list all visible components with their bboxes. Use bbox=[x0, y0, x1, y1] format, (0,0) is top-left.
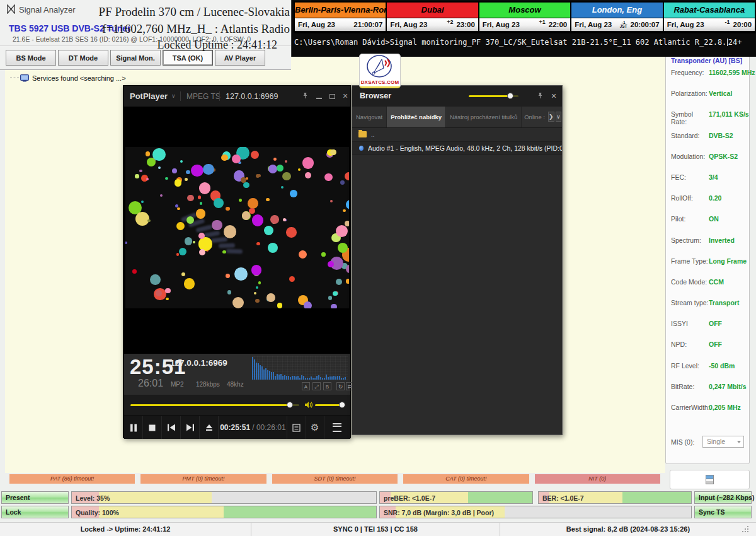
pin-icon[interactable] bbox=[300, 91, 310, 101]
pin-icon[interactable] bbox=[535, 91, 545, 101]
browser-titlebar[interactable]: Browser × bbox=[352, 86, 562, 107]
tree-branch-line bbox=[10, 78, 19, 79]
logo-caption: DXSATCS.COM bbox=[360, 79, 400, 85]
arrow-right-icon[interactable]: ❯ bbox=[548, 112, 554, 122]
mode-button-dt-mode[interactable]: DT Mode bbox=[58, 50, 108, 66]
clock-utc-offset: +2 bbox=[447, 19, 453, 25]
clock-date: Fri, Aug 23 bbox=[575, 21, 612, 28]
stream-type-label: MPEG TS bbox=[186, 92, 220, 101]
chevron-down-icon[interactable]: ∨ bbox=[556, 112, 561, 122]
seek-knob[interactable] bbox=[287, 402, 293, 408]
clock-city-name: Rabat-Casablanca bbox=[664, 3, 755, 18]
console-prompt[interactable]: C:\Users\Roman Dávid>Signal monitoring_P… bbox=[294, 38, 742, 47]
clock-time: 20:00 bbox=[733, 21, 752, 28]
browser-slider-knob[interactable] bbox=[507, 93, 513, 99]
ab-repeat-b-button[interactable]: B bbox=[323, 382, 331, 390]
timeout-bar: NIT (0) bbox=[535, 474, 660, 484]
mode-button-tsa-ok-[interactable]: TSA (OK) bbox=[163, 50, 213, 66]
services-tree-item[interactable]: Services found <searching ...> bbox=[10, 73, 126, 83]
volume-knob[interactable] bbox=[339, 402, 345, 408]
potplayer-window: PotPlayer ∨ MPEG TS 127.0.0.1:6969 × 25:… bbox=[123, 85, 351, 438]
next-button[interactable] bbox=[181, 416, 200, 439]
total-duration-small: 26:01 bbox=[138, 378, 163, 389]
timeout-bar: PAT (86) timeout! bbox=[9, 474, 135, 484]
bullet-dot-icon bbox=[359, 146, 364, 151]
ber-meter: BER: <1.0E-7 bbox=[538, 491, 692, 504]
transponder-row-value: ON bbox=[709, 215, 719, 223]
transponder-row-value: 171,011 KS/s bbox=[709, 110, 749, 118]
clock-date: Fri, Aug 23 bbox=[390, 21, 427, 28]
transponder-row-value: 0,247 Mbit/s bbox=[709, 383, 747, 390]
transponder-row-value: OFF bbox=[709, 320, 722, 327]
browser-tab-prohl-e-nab-dky[interactable]: Prohlížeč nabídky bbox=[387, 107, 446, 127]
close-icon[interactable]: × bbox=[549, 91, 559, 101]
previous-button[interactable] bbox=[162, 416, 181, 439]
transponder-row-value: Transport bbox=[709, 299, 739, 306]
status-uptime: Locked -> Uptime: 24:41:12 bbox=[0, 523, 251, 536]
mode-button-bs-mode[interactable]: BS Mode bbox=[6, 50, 56, 66]
transponder-row-label: Stream type: bbox=[671, 299, 709, 306]
ab-repeat-a-button[interactable]: A bbox=[302, 382, 310, 390]
eject-button[interactable] bbox=[200, 416, 219, 439]
playlist-icon[interactable] bbox=[287, 416, 305, 439]
details-view-panel[interactable] bbox=[670, 470, 750, 489]
clock-city-column: Berlin-Paris-Vienna-RomaFri, Aug 2321:00… bbox=[295, 3, 387, 32]
list-view-icon bbox=[706, 475, 714, 484]
potplayer-titlebar[interactable]: PotPlayer ∨ MPEG TS 127.0.0.1:6969 × bbox=[123, 86, 350, 107]
audio-track-label: Audio #1 - English, MPEG Audio, 48.0 kHz… bbox=[368, 144, 562, 152]
browser-slider[interactable] bbox=[469, 95, 510, 97]
pause-button[interactable] bbox=[124, 416, 143, 439]
transponder-row: RF Level:-50 dBm bbox=[671, 362, 748, 383]
player-control-bar: 00:25:51/ 00:26:01 ⚙ bbox=[124, 416, 350, 439]
clock-date: Fri, Aug 23 bbox=[483, 21, 520, 28]
browser-tab-n-stroj-proch-zen-titulk-[interactable]: Nástroj procházení titulků bbox=[446, 107, 522, 127]
loop-icon[interactable]: ↻ bbox=[336, 382, 345, 390]
stream-address-info: 127.0.0.1:6969 bbox=[170, 358, 227, 368]
stop-button[interactable] bbox=[143, 416, 162, 439]
mis-dropdown[interactable]: Single bbox=[702, 436, 744, 448]
clock-date-time: Fri, Aug 2321:00:07 bbox=[295, 18, 386, 31]
minimize-icon[interactable] bbox=[314, 91, 324, 101]
transponder-row: CarrierWidth:0,205 MHz bbox=[671, 404, 748, 424]
sync-ts-indicator: Sync TS bbox=[694, 506, 752, 518]
audio-spectrum bbox=[252, 356, 348, 380]
folder-row[interactable]: .. bbox=[352, 127, 562, 141]
transponder-row-label: FEC: bbox=[671, 173, 709, 181]
seek-bar[interactable] bbox=[130, 404, 290, 406]
transponder-row-label: Code Mode: bbox=[671, 278, 709, 286]
volume-bar[interactable] bbox=[315, 404, 341, 406]
quality-meter: Quality: 100% bbox=[71, 506, 377, 518]
clock-city-name: Dubai bbox=[387, 3, 478, 18]
transponder-row-value: Inverted bbox=[709, 236, 735, 244]
mode-button-av-player[interactable]: AV Player bbox=[215, 50, 265, 66]
transponder-row-label: Frequency: bbox=[671, 69, 709, 76]
transponder-panel: Transponder (AU) [BS] Frequency:11602,59… bbox=[665, 53, 750, 464]
present-indicator: Present bbox=[1, 491, 69, 504]
clock-city-name: Moscow bbox=[479, 3, 570, 18]
timeout-bar: PMT (0) timeout! bbox=[140, 474, 266, 484]
clock-city-name: Berlin-Paris-Vienna-Roma bbox=[295, 3, 386, 18]
clock-city-column: London, EngFri, Aug 23-1JST20:00:07 bbox=[571, 3, 663, 32]
clock-date-time: Fri, Aug 23-1JST20:00:07 bbox=[571, 18, 662, 31]
close-icon[interactable]: × bbox=[340, 91, 350, 101]
transponder-row: Polarization:Vertical bbox=[671, 90, 748, 110]
resize-grip[interactable] bbox=[747, 526, 748, 527]
transponder-row-label: CarrierWidth: bbox=[671, 404, 709, 411]
browser-tab-navigovat[interactable]: Navigovat bbox=[352, 107, 387, 127]
transponder-row-label: Modulation: bbox=[671, 153, 709, 160]
clock-utc-offset: +1 bbox=[539, 19, 546, 25]
gear-icon[interactable]: ⚙ bbox=[306, 416, 324, 439]
audio-track-list-item[interactable]: Audio #1 - English, MPEG Audio, 48.0 kHz… bbox=[352, 141, 562, 155]
transponder-row-value: QPSK-S2 bbox=[709, 153, 738, 160]
mode-button-row: BS ModeDT ModeSignal Mon.TSA (OK)AV Play… bbox=[6, 50, 265, 66]
mode-button-signal-mon-[interactable]: Signal Mon. bbox=[110, 50, 161, 66]
speaker-icon[interactable] bbox=[304, 400, 313, 412]
tab-online-label: Online : bbox=[522, 107, 547, 127]
clock-utc-offset: -1 bbox=[725, 19, 730, 25]
maximize-icon[interactable] bbox=[327, 91, 337, 101]
chevron-down-icon[interactable]: ∨ bbox=[171, 93, 176, 99]
resize-icon[interactable]: ⤢ bbox=[312, 382, 321, 390]
transponder-row-label: Symbol Rate: bbox=[671, 110, 709, 125]
menu-icon[interactable] bbox=[324, 416, 350, 439]
transponder-row: Pilot:ON bbox=[671, 215, 748, 236]
